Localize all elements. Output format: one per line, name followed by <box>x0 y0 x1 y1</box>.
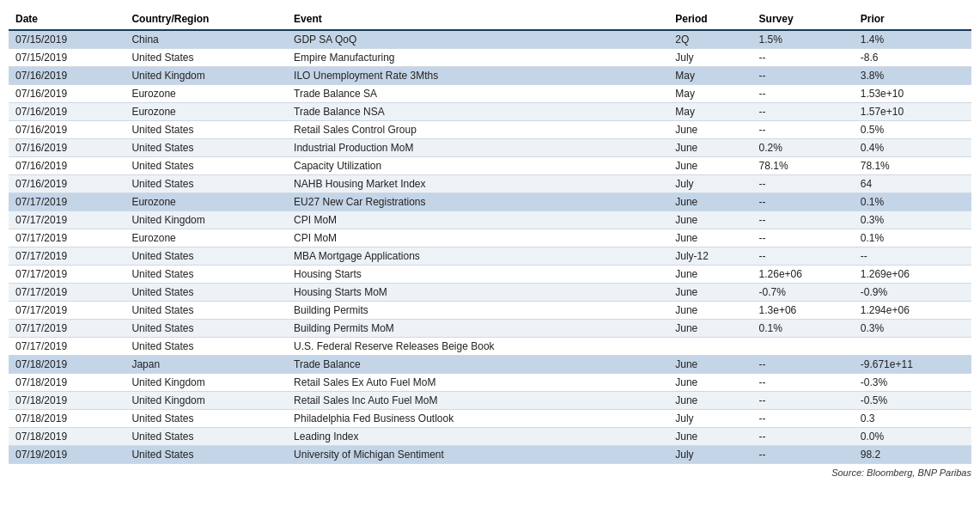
cell-8-2: NAHB Housing Market Index <box>287 175 668 193</box>
cell-7-1: United States <box>125 157 287 175</box>
cell-5-4: -- <box>752 121 854 139</box>
cell-0-1: China <box>125 30 287 49</box>
cell-23-1: United States <box>125 446 287 464</box>
economic-calendar-table: Date Country/Region Event Period Survey … <box>9 9 971 464</box>
cell-10-3: June <box>668 211 752 229</box>
cell-21-3: July <box>668 410 752 428</box>
cell-10-5: 0.3% <box>854 211 971 229</box>
cell-14-3: June <box>668 284 752 302</box>
cell-3-2: Trade Balance SA <box>287 85 668 103</box>
table-row: 07/17/2019EurozoneEU27 New Car Registrat… <box>9 193 971 211</box>
cell-11-1: Eurozone <box>125 229 287 247</box>
table-row: 07/16/2019United StatesIndustrial Produc… <box>9 139 971 157</box>
cell-7-4: 78.1% <box>752 157 854 175</box>
cell-7-5: 78.1% <box>854 157 971 175</box>
cell-11-4: -- <box>752 229 854 247</box>
table-row: 07/18/2019United KingdomRetail Sales Ex … <box>9 374 971 392</box>
cell-13-0: 07/17/2019 <box>9 266 125 284</box>
cell-17-2: U.S. Federal Reserve Releases Beige Book <box>287 338 668 356</box>
cell-3-0: 07/16/2019 <box>9 85 125 103</box>
cell-8-5: 64 <box>854 175 971 193</box>
cell-10-4: -- <box>752 211 854 229</box>
cell-4-1: Eurozone <box>125 103 287 121</box>
table-row: 07/18/2019United StatesLeading IndexJune… <box>9 428 971 446</box>
cell-16-5: 0.3% <box>854 320 971 338</box>
table-row: 07/17/2019United StatesU.S. Federal Rese… <box>9 338 971 356</box>
cell-9-4: -- <box>752 193 854 211</box>
cell-5-1: United States <box>125 121 287 139</box>
cell-17-3 <box>668 338 752 356</box>
cell-5-3: June <box>668 121 752 139</box>
col-header-survey: Survey <box>752 9 854 30</box>
cell-20-3: June <box>668 392 752 410</box>
source-citation: Source: Bloomberg, BNP Paribas <box>9 464 971 478</box>
cell-5-2: Retail Sales Control Group <box>287 121 668 139</box>
cell-13-1: United States <box>125 266 287 284</box>
cell-19-4: -- <box>752 374 854 392</box>
cell-16-0: 07/17/2019 <box>9 320 125 338</box>
cell-13-3: June <box>668 266 752 284</box>
cell-1-2: Empire Manufacturing <box>287 49 668 67</box>
cell-16-1: United States <box>125 320 287 338</box>
cell-4-4: -- <box>752 103 854 121</box>
cell-22-4: -- <box>752 428 854 446</box>
cell-14-2: Housing Starts MoM <box>287 284 668 302</box>
cell-7-2: Capacity Utilization <box>287 157 668 175</box>
cell-18-5: -9.671e+11 <box>854 356 971 374</box>
cell-13-2: Housing Starts <box>287 266 668 284</box>
cell-16-3: June <box>668 320 752 338</box>
cell-11-5: 0.1% <box>854 229 971 247</box>
cell-11-3: June <box>668 229 752 247</box>
cell-4-2: Trade Balance NSA <box>287 103 668 121</box>
table-row: 07/16/2019United StatesRetail Sales Cont… <box>9 121 971 139</box>
col-header-prior: Prior <box>854 9 971 30</box>
cell-1-0: 07/15/2019 <box>9 49 125 67</box>
cell-16-2: Building Permits MoM <box>287 320 668 338</box>
table-row: 07/17/2019United KingdomCPI MoMJune--0.3… <box>9 211 971 229</box>
cell-2-5: 3.8% <box>854 67 971 85</box>
cell-1-4: -- <box>752 49 854 67</box>
cell-0-4: 1.5% <box>752 30 854 49</box>
cell-9-3: June <box>668 193 752 211</box>
cell-11-2: CPI MoM <box>287 229 668 247</box>
cell-1-1: United States <box>125 49 287 67</box>
cell-15-2: Building Permits <box>287 302 668 320</box>
cell-4-0: 07/16/2019 <box>9 103 125 121</box>
cell-10-2: CPI MoM <box>287 211 668 229</box>
cell-22-5: 0.0% <box>854 428 971 446</box>
cell-9-1: Eurozone <box>125 193 287 211</box>
cell-8-0: 07/16/2019 <box>9 175 125 193</box>
table-row: 07/17/2019EurozoneCPI MoMJune--0.1% <box>9 229 971 247</box>
cell-22-1: United States <box>125 428 287 446</box>
cell-23-3: July <box>668 446 752 464</box>
cell-17-0: 07/17/2019 <box>9 338 125 356</box>
cell-20-0: 07/18/2019 <box>9 392 125 410</box>
cell-22-3: June <box>668 428 752 446</box>
cell-12-5: -- <box>854 247 971 266</box>
cell-13-5: 1.269e+06 <box>854 266 971 284</box>
cell-9-5: 0.1% <box>854 193 971 211</box>
cell-6-1: United States <box>125 139 287 157</box>
cell-22-2: Leading Index <box>287 428 668 446</box>
cell-21-4: -- <box>752 410 854 428</box>
table-row: 07/15/2019ChinaGDP SA QoQ2Q1.5%1.4% <box>9 30 971 49</box>
cell-0-3: 2Q <box>668 30 752 49</box>
cell-2-3: May <box>668 67 752 85</box>
cell-5-0: 07/16/2019 <box>9 121 125 139</box>
col-header-period: Period <box>668 9 752 30</box>
cell-6-3: June <box>668 139 752 157</box>
cell-21-5: 0.3 <box>854 410 971 428</box>
cell-8-4: -- <box>752 175 854 193</box>
cell-15-1: United States <box>125 302 287 320</box>
table-row: 07/15/2019United StatesEmpire Manufactur… <box>9 49 971 67</box>
cell-18-0: 07/18/2019 <box>9 356 125 374</box>
cell-23-4: -- <box>752 446 854 464</box>
cell-7-3: June <box>668 157 752 175</box>
table-row: 07/18/2019United StatesPhiladelphia Fed … <box>9 410 971 428</box>
cell-12-0: 07/17/2019 <box>9 247 125 266</box>
cell-12-2: MBA Mortgage Applications <box>287 247 668 266</box>
cell-7-0: 07/16/2019 <box>9 157 125 175</box>
cell-1-3: July <box>668 49 752 67</box>
cell-18-4: -- <box>752 356 854 374</box>
table-row: 07/18/2019United KingdomRetail Sales Inc… <box>9 392 971 410</box>
